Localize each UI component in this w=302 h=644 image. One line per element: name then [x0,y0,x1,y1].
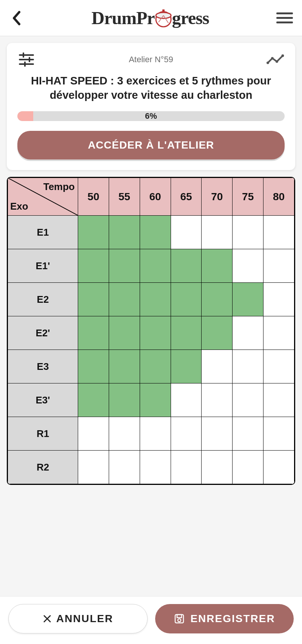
progress-cell[interactable] [109,350,140,383]
drum-logo-icon [153,8,174,28]
table-row: E2 [8,283,294,316]
progress-cell[interactable] [109,316,140,350]
progress-cell[interactable] [171,283,202,316]
table-row: E1 [8,216,294,249]
svg-point-13 [276,60,278,63]
progress-cell[interactable] [202,249,233,283]
progress-cell[interactable] [140,417,171,451]
progress-cell[interactable] [140,350,171,383]
logo-text-left: DrumPr [91,8,154,28]
table-body: E1E1'E2E2'E3E3'R1R2 [8,216,294,484]
back-button[interactable] [9,11,24,26]
progress-cell[interactable] [171,383,202,417]
progress-cell[interactable] [171,216,202,249]
tempo-header: 60 [140,178,171,216]
progress-table: Tempo Exo 50556065707580 E1E1'E2E2'E3E3'… [7,177,295,485]
footer-actions: ANNULER ENREGISTRER [0,596,302,644]
settings-sliders-icon[interactable] [17,51,35,69]
progress-cell[interactable] [78,383,109,417]
progress-cell[interactable] [202,216,233,249]
workshop-title: HI-HAT SPEED : 3 exercices et 5 rythmes … [17,74,285,102]
progress-cell[interactable] [263,216,294,249]
progress-cell[interactable] [233,249,263,283]
cancel-label: ANNULER [56,613,113,625]
exercise-label: E1' [8,249,78,283]
progress-cell[interactable] [140,216,171,249]
progress-cell[interactable] [202,383,233,417]
progress-cell[interactable] [202,451,233,484]
progress-cell[interactable] [78,316,109,350]
progress-cell[interactable] [109,417,140,451]
hamburger-line [276,21,293,23]
progress-cell[interactable] [233,417,263,451]
exercise-label: E2 [8,283,78,316]
progress-cell[interactable] [171,451,202,484]
svg-point-20 [178,619,181,622]
chevron-left-icon [12,11,22,26]
progress-cell[interactable] [233,283,263,316]
table-row: R1 [8,417,294,451]
progress-cell[interactable] [263,249,294,283]
table-row: R2 [8,451,294,484]
progress-cell[interactable] [233,316,263,350]
progress-cell[interactable] [202,350,233,383]
progress-cell[interactable] [233,350,263,383]
progress-cell[interactable] [263,283,294,316]
save-button[interactable]: ENREGISTRER [155,604,294,633]
progress-cell[interactable] [109,383,140,417]
progress-cell[interactable] [171,249,202,283]
tempo-header: 65 [171,178,202,216]
logo-text-right: gress [172,8,209,28]
progress-cell[interactable] [78,417,109,451]
svg-rect-19 [177,615,182,618]
progress-cell[interactable] [202,316,233,350]
svg-point-11 [267,61,269,64]
progress-cell[interactable] [140,283,171,316]
progress-cell[interactable] [263,451,294,484]
progress-cell[interactable] [202,417,233,451]
table-row: E3 [8,350,294,383]
progress-cell[interactable] [171,417,202,451]
progress-cell[interactable] [263,383,294,417]
progress-cell[interactable] [233,216,263,249]
progress-cell[interactable] [263,417,294,451]
progress-cell[interactable] [263,350,294,383]
tempo-header: 75 [233,178,263,216]
svg-rect-2 [162,9,165,12]
progress-cell[interactable] [78,451,109,484]
progress-cell[interactable] [140,383,171,417]
cancel-button[interactable]: ANNULER [8,604,148,633]
progress-cell[interactable] [140,249,171,283]
progress-cell[interactable] [140,316,171,350]
progress-cell[interactable] [233,383,263,417]
progress-cell[interactable] [109,216,140,249]
svg-point-14 [281,54,284,57]
table-header-row: Tempo Exo 50556065707580 [8,178,294,216]
progress-bar: 6% [17,111,285,121]
progress-cell[interactable] [78,283,109,316]
progress-cell[interactable] [109,283,140,316]
progress-cell[interactable] [78,216,109,249]
progress-cell[interactable] [140,451,171,484]
exercise-label: E3' [8,383,78,417]
workshop-subtitle: Atelier N°59 [35,55,267,64]
progress-cell[interactable] [109,249,140,283]
progress-cell[interactable] [78,350,109,383]
tempo-header: 80 [263,178,294,216]
progress-cell[interactable] [171,316,202,350]
stats-graph-icon[interactable] [267,51,285,69]
access-workshop-button[interactable]: ACCÉDER À L'ATELIER [17,131,285,159]
progress-cell[interactable] [78,249,109,283]
exercise-label: E3 [8,350,78,383]
progress-cell[interactable] [263,316,294,350]
svg-point-12 [271,57,274,60]
progress-cell[interactable] [202,283,233,316]
tempo-header: 70 [202,178,233,216]
table-corner-cell: Tempo Exo [8,178,78,216]
progress-cell[interactable] [171,350,202,383]
progress-cell[interactable] [109,451,140,484]
app-header: DrumPr gress [0,0,302,36]
table-row: E1' [8,249,294,283]
menu-button[interactable] [276,11,293,26]
progress-cell[interactable] [233,451,263,484]
